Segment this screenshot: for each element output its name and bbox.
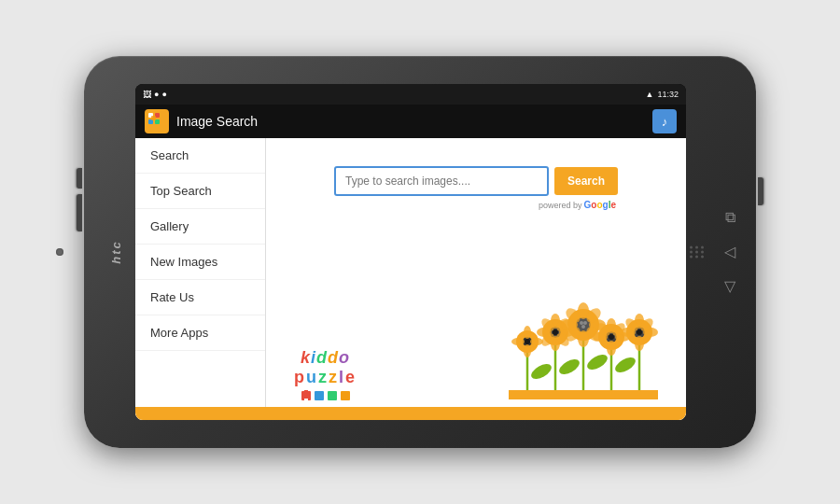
google-logo: Google	[584, 200, 616, 210]
content-area: Search powered by Google	[266, 138, 686, 420]
sidebar-item-more-apps[interactable]: More Apps	[135, 315, 265, 351]
svg-point-25	[511, 338, 525, 345]
svg-point-19	[613, 355, 638, 375]
svg-rect-7	[304, 399, 308, 401]
svg-rect-9	[328, 391, 337, 400]
sidebar: Search Top Search Gallery New Images Rat…	[135, 138, 266, 420]
time-display: 11:32	[657, 90, 679, 99]
svg-point-29	[553, 329, 558, 335]
dot2: ●	[161, 90, 166, 99]
svg-rect-10	[341, 391, 350, 400]
powered-by-text: powered by	[539, 201, 582, 210]
nav-buttons: ⧉ ◁ ▽	[724, 209, 735, 295]
puzzle-text: puzzle	[294, 368, 357, 387]
powered-by: powered by Google	[539, 200, 616, 210]
svg-point-24	[524, 344, 531, 357]
copy-icon[interactable]: ⧉	[725, 209, 735, 226]
sidebar-item-gallery[interactable]: Gallery	[135, 209, 265, 245]
notification-icon: 🖼	[143, 90, 151, 99]
kiddopuzzle-logo: kiddo puzzle	[294, 348, 357, 401]
dot1: ●	[154, 90, 159, 99]
camera-dot	[56, 248, 63, 256]
svg-rect-69	[509, 390, 658, 399]
sidebar-item-search[interactable]: Search	[135, 138, 265, 174]
side-buttons-left	[77, 168, 82, 231]
svg-point-55	[607, 341, 616, 356]
home-icon[interactable]: ▽	[724, 277, 735, 295]
svg-point-42	[581, 325, 585, 329]
svg-point-17	[557, 357, 582, 377]
app-icon	[145, 109, 169, 133]
search-input[interactable]	[334, 166, 549, 196]
back-icon[interactable]: ◁	[724, 243, 735, 260]
volume-up-btn[interactable]	[77, 168, 82, 189]
sidebar-item-top-search[interactable]: Top Search	[135, 174, 265, 209]
main-content: Search Top Search Gallery New Images Rat…	[135, 138, 686, 420]
title-bar: Image Search ♪	[135, 105, 686, 138]
orange-bottom-bar	[135, 407, 686, 420]
svg-rect-4	[151, 116, 156, 120]
music-icon[interactable]: ♪	[652, 109, 677, 133]
status-icons-left: 🖼 ● ●	[143, 90, 167, 99]
htc-brand-label: htc	[109, 240, 123, 264]
speaker-grill	[690, 246, 705, 259]
kiddo-text: kiddo	[301, 348, 350, 368]
svg-point-26	[530, 338, 543, 345]
svg-point-18	[585, 352, 610, 372]
decorative-area: kiddo puzzle	[285, 210, 667, 420]
phone-device: htc ⧉ ◁ ▽ 🖼 ● ● ▲ 11:32	[84, 56, 756, 448]
sidebar-item-rate-us[interactable]: Rate Us	[135, 280, 265, 315]
svg-point-16	[529, 361, 554, 382]
svg-rect-6	[304, 390, 308, 393]
sidebar-item-new-images[interactable]: New Images	[135, 245, 265, 280]
flowers-decoration	[509, 297, 658, 403]
svg-point-41	[583, 321, 587, 325]
status-bar: 🖼 ● ● ▲ 11:32	[135, 84, 686, 105]
svg-rect-3	[155, 119, 160, 124]
svg-rect-8	[315, 391, 324, 400]
svg-point-64	[635, 336, 644, 351]
search-button[interactable]: Search	[554, 167, 618, 195]
search-row: Search	[285, 166, 667, 196]
svg-point-53	[609, 334, 614, 340]
status-icons-right: ▲ 11:32	[646, 90, 679, 99]
svg-point-22	[525, 339, 530, 344]
signal-icon: ▲	[646, 90, 654, 99]
app-title: Image Search	[176, 114, 645, 129]
svg-point-23	[524, 326, 531, 339]
power-btn[interactable]	[758, 177, 763, 205]
side-buttons-right	[758, 177, 763, 205]
svg-point-40	[580, 321, 583, 325]
svg-point-62	[637, 329, 642, 335]
volume-down-btn[interactable]	[77, 194, 82, 231]
phone-screen: 🖼 ● ● ▲ 11:32	[135, 84, 686, 420]
